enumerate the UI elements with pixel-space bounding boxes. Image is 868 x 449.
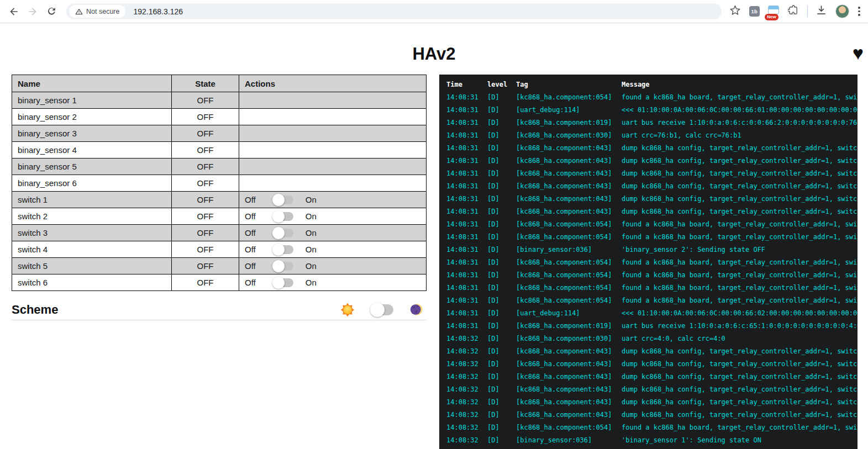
log-row: 14:08:32 [D] [binary_sensor:036] 'binary… — [446, 434, 858, 447]
entity-toggle[interactable] — [273, 262, 293, 271]
entity-toggle[interactable] — [273, 212, 293, 221]
entity-toggle[interactable] — [273, 278, 293, 287]
log-time: 14:08:31 — [446, 205, 487, 218]
menu-kebab-button[interactable] — [857, 6, 861, 17]
log-message: 'binary_sensor 1': Sending state ON — [622, 434, 858, 447]
log-message: 'binary_sensor 2': Sending state OFF — [622, 244, 858, 256]
log-message: dump kc868_ha config, target_relay_contr… — [622, 345, 858, 358]
entity-name: switch 5 — [12, 258, 172, 274]
warning-icon — [75, 8, 83, 15]
log-message: <<< 01:10:00:0A:00:06:0C:00:00:66:02:00:… — [622, 307, 858, 320]
entity-actions: Off On — [245, 245, 426, 254]
profile-avatar[interactable] — [835, 4, 849, 18]
extension-1b-button[interactable]: 1b — [749, 6, 760, 17]
log-time: 14:08:32 — [446, 358, 487, 371]
log-panel: Time level Tag Message 14:08:31 [D] [kc8… — [439, 75, 858, 449]
not-secure-badge[interactable]: Not secure — [69, 5, 125, 18]
toggle-off-label: Off — [245, 245, 256, 254]
heart-icon[interactable]: ♥ — [853, 43, 864, 63]
entity-name: switch 4 — [12, 241, 172, 258]
log-time: 14:08:31 — [446, 180, 487, 193]
scheme-controls — [340, 303, 426, 317]
download-button[interactable] — [816, 4, 827, 18]
toggle-off-label: Off — [245, 228, 256, 237]
table-row: switch 5 OFF Off On — [12, 258, 427, 274]
log-time: 14:08:32 — [446, 383, 487, 396]
not-secure-label: Not secure — [86, 8, 119, 15]
table-row: binary_sensor 2 OFF — [12, 109, 427, 125]
reload-button[interactable] — [42, 2, 61, 21]
moon-icon — [410, 303, 424, 316]
log-message: uart crc=4:0, calc crc=4:0 — [622, 332, 858, 345]
log-header-row: Time level Tag Message — [446, 78, 858, 91]
log-message: dump kc868_ha config, target_relay_contr… — [622, 167, 858, 180]
log-time: 14:08:32 — [446, 345, 487, 358]
log-row: 14:08:32 [D] [kc868_ha.component:043] du… — [446, 409, 858, 421]
log-message: dump kc868_ha config, target_relay_contr… — [622, 358, 858, 371]
log-level: [D] — [487, 167, 516, 180]
log-header-level: level — [487, 78, 516, 91]
log-level: [D] — [487, 434, 516, 447]
log-message: dump kc868_ha config, target_relay_contr… — [622, 142, 858, 155]
entity-actions: Off On — [245, 278, 426, 287]
new-badge: New — [765, 14, 778, 20]
log-level: [D] — [487, 205, 516, 218]
log-tag: [kc868_ha.component:054] — [516, 421, 622, 434]
log-message: found a kc868_ha board, target_relay_con… — [622, 256, 858, 269]
entity-name: switch 1 — [12, 192, 172, 208]
back-button[interactable] — [4, 2, 23, 21]
forward-button[interactable] — [23, 2, 42, 21]
entity-actions: Off On — [245, 212, 426, 221]
toggle-knob — [272, 260, 285, 272]
entity-toggle[interactable] — [273, 245, 293, 254]
log-message: dump kc868_ha config, target_relay_contr… — [622, 396, 858, 409]
log-row: 14:08:31 [D] [binary_sensor:036] 'binary… — [446, 244, 858, 256]
log-tag: [kc868_ha.component:054] — [516, 231, 622, 244]
log-level: [D] — [487, 345, 516, 358]
table-row: binary_sensor 4 OFF — [12, 142, 427, 159]
log-header-message: Message — [622, 78, 858, 91]
log-row: 14:08:31 [D] [kc868_ha.component:019] ua… — [446, 320, 858, 332]
log-row: 14:08:31 [D] [kc868_ha.component:054] fo… — [446, 269, 858, 282]
toggle-off-label: Off — [245, 195, 256, 204]
log-tag: [kc868_ha.component:043] — [516, 142, 622, 155]
log-row: 14:08:31 [D] [kc868_ha.component:043] du… — [446, 205, 858, 218]
log-time: 14:08:31 — [446, 256, 487, 269]
toggle-off-label: Off — [245, 212, 256, 221]
bookmark-star-button[interactable] — [729, 4, 741, 18]
log-row: 14:08:31 [D] [kc868_ha.component:054] fo… — [446, 282, 858, 294]
log-message: dump kc868_ha config, target_relay_contr… — [622, 180, 858, 193]
log-message: found a kc868_ha board, target_relay_con… — [622, 269, 858, 282]
log-level: [D] — [487, 104, 516, 117]
address-bar[interactable]: Not secure 192.168.3.126 — [66, 3, 722, 19]
entity-state: OFF — [172, 225, 239, 241]
log-tag: [kc868_ha.component:019] — [516, 320, 622, 332]
extensions-puzzle-button[interactable] — [788, 5, 799, 18]
log-tag: [kc868_ha.component:054] — [516, 269, 622, 282]
log-message: found a kc868_ha board, target_relay_con… — [622, 231, 858, 244]
puzzle-icon — [788, 5, 799, 16]
entity-toggle[interactable] — [273, 229, 293, 237]
log-tag: [kc868_ha.component:043] — [516, 345, 622, 358]
log-tag: [binary_sensor:036] — [516, 244, 622, 256]
log-tag: [kc868_ha.component:043] — [516, 371, 622, 383]
url-text: 192.168.3.126 — [133, 7, 183, 16]
log-time: 14:08:32 — [446, 332, 487, 345]
log-tag: [uart_debug:114] — [516, 307, 622, 320]
log-tag: [kc868_ha.component:054] — [516, 294, 622, 307]
table-row: switch 6 OFF Off On — [12, 274, 427, 291]
extension-1b-label: 1b — [751, 8, 757, 14]
log-time: 14:08:31 — [446, 104, 487, 117]
log-message: dump kc868_ha config, target_relay_contr… — [622, 409, 858, 421]
scheme-toggle[interactable] — [371, 304, 393, 315]
entity-state: OFF — [172, 241, 239, 258]
log-message: found a kc868_ha board, target_relay_con… — [622, 282, 858, 294]
log-row: 14:08:31 [D] [uart_debug:114] <<< 01:10:… — [446, 307, 858, 320]
log-time: 14:08:31 — [446, 282, 487, 294]
extension-new-button[interactable]: New — [767, 6, 780, 18]
log-level: [D] — [487, 396, 516, 409]
entity-state: OFF — [172, 175, 239, 192]
log-row: 14:08:31 [D] [kc868_ha.component:054] fo… — [446, 91, 858, 104]
entity-toggle[interactable] — [273, 196, 293, 204]
entity-name: binary_sensor 5 — [12, 159, 172, 175]
